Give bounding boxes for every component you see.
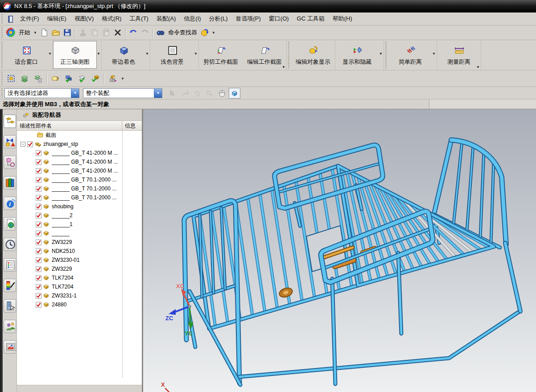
tree-checkbox[interactable] bbox=[36, 248, 41, 254]
tree-checkbox[interactable] bbox=[36, 177, 41, 183]
toolbar-grip[interactable] bbox=[0, 27, 4, 38]
tree-item-5[interactable]: ______ GB_T 70.1-2000 ... bbox=[17, 175, 142, 184]
column-header-name[interactable]: 描述性部件名 bbox=[17, 121, 122, 130]
dropdown-arrow[interactable]: ▼ bbox=[432, 52, 437, 56]
tree-item-3[interactable]: ______ GB_T 41-2000 M ... bbox=[17, 157, 142, 166]
tree-checkbox[interactable] bbox=[27, 141, 33, 147]
roles-tab[interactable] bbox=[4, 320, 16, 333]
tree-checkbox[interactable] bbox=[36, 168, 41, 174]
history-palette-tab[interactable] bbox=[4, 217, 16, 231]
tree-checkbox[interactable] bbox=[36, 284, 41, 290]
menu-item-0[interactable]: 文件(F) bbox=[16, 13, 43, 25]
menu-item-5[interactable]: 装配(A) bbox=[153, 13, 180, 25]
tree-checkbox[interactable] bbox=[36, 266, 41, 272]
marquee-select-button[interactable] bbox=[4, 72, 18, 85]
tree-item-13[interactable]: NDK2510 bbox=[17, 247, 142, 256]
view-button-简单距离[interactable]: 简单距离 bbox=[388, 41, 432, 69]
windows-tab[interactable] bbox=[4, 340, 16, 354]
view-button-显示和隐藏[interactable]: 显示和隐藏 bbox=[335, 41, 379, 69]
combo-dropdown-arrow[interactable]: ▼ bbox=[71, 89, 79, 98]
undo-button[interactable] bbox=[128, 27, 139, 38]
start-button[interactable]: 开始 bbox=[17, 29, 32, 37]
menu-item-1[interactable]: 编辑(E) bbox=[43, 13, 70, 25]
save-button[interactable] bbox=[62, 27, 73, 38]
materials-tab[interactable] bbox=[4, 279, 16, 292]
toolbar-grip[interactable] bbox=[0, 72, 4, 85]
tree-item-2[interactable]: ______ GB_T 41-2000 M ... bbox=[17, 149, 142, 157]
tree-item-12[interactable]: ZW3229 bbox=[17, 238, 142, 247]
dropdown-arrow[interactable]: ▼ bbox=[145, 52, 150, 56]
tree-item-8[interactable]: shoubing bbox=[17, 202, 142, 211]
toolbar-grip[interactable] bbox=[0, 14, 4, 24]
cube-check-button[interactable] bbox=[89, 72, 102, 85]
dropdown-arrow[interactable]: ▼ bbox=[48, 52, 53, 56]
delete-button[interactable] bbox=[112, 27, 124, 38]
mouse-mode-button[interactable] bbox=[216, 88, 228, 99]
selection-filter-combo[interactable]: 没有选择过滤器 ▼ bbox=[4, 88, 79, 98]
help-dropdown-arrow[interactable]: ▼ bbox=[210, 31, 217, 35]
tree-checkbox[interactable] bbox=[36, 231, 41, 236]
system-scene-tab[interactable] bbox=[4, 299, 16, 313]
view-button-适合窗口[interactable]: 适合窗口 bbox=[4, 41, 48, 69]
shaded-cube-button[interactable] bbox=[229, 88, 240, 99]
tree-item-11[interactable]: ______ bbox=[17, 229, 142, 238]
menu-item-11[interactable]: 帮助(H) bbox=[329, 13, 356, 25]
dropdown-arrow[interactable]: ▼ bbox=[120, 77, 126, 81]
view-button-编辑对象显示[interactable]: 编辑对象显示 bbox=[291, 41, 335, 69]
tree-item-14[interactable]: ZW3230-01 bbox=[17, 256, 142, 264]
tree-checkbox[interactable] bbox=[36, 150, 41, 156]
selection-scope-combo[interactable]: 整个装配 ▼ bbox=[83, 88, 162, 98]
column-header-info[interactable]: 信息 bbox=[122, 121, 142, 130]
tree-expander[interactable]: − bbox=[21, 142, 25, 147]
toolbar-grip[interactable] bbox=[384, 41, 388, 69]
tree-checkbox[interactable] bbox=[36, 159, 41, 165]
tree-checkbox[interactable] bbox=[36, 213, 41, 219]
dropdown-arrow[interactable]: ▼ bbox=[97, 52, 101, 56]
history-tab[interactable] bbox=[4, 238, 16, 251]
assembly-navigator-tab[interactable] bbox=[4, 115, 16, 128]
menu-item-2[interactable]: 视图(V) bbox=[70, 13, 98, 25]
tree-item-7[interactable]: ______ GB_T 70.1-2000 ... bbox=[17, 193, 142, 202]
layers-button[interactable] bbox=[18, 72, 31, 85]
process-studio-tab[interactable] bbox=[4, 258, 16, 272]
menu-item-3[interactable]: 格式(R) bbox=[98, 13, 125, 25]
tree-item-17[interactable]: TLK7204 bbox=[17, 282, 142, 291]
constraint-navigator-tab[interactable] bbox=[4, 135, 16, 149]
view-button-正三轴测图[interactable]: 正三轴测图 bbox=[53, 41, 97, 69]
open-button[interactable] bbox=[50, 27, 62, 38]
tree-item-6[interactable]: ______ GB_T 70.1-2000 ... bbox=[17, 184, 142, 193]
tag-note-button[interactable] bbox=[49, 72, 62, 85]
tree-checkbox[interactable] bbox=[36, 204, 41, 210]
menu-item-8[interactable]: 首选项(P) bbox=[231, 13, 264, 25]
toolbar-grip[interactable] bbox=[0, 41, 4, 69]
tree-item-4[interactable]: ______ GB_T 41-2000 M ... bbox=[17, 166, 142, 175]
toolbar-overflow-arrow[interactable]: ▼ bbox=[282, 65, 285, 69]
tree-item-15[interactable]: ZW3229 bbox=[17, 264, 142, 273]
tree-item-16[interactable]: TLK7204 bbox=[17, 273, 142, 282]
tree-item-1[interactable]: −zhuangpei_stp bbox=[17, 140, 142, 149]
tree-item-9[interactable]: ______2 bbox=[17, 211, 142, 220]
tree-checkbox[interactable] bbox=[36, 186, 41, 192]
tree-item-10[interactable]: ______1 bbox=[17, 220, 142, 229]
menu-item-6[interactable]: 信息(I) bbox=[180, 13, 205, 25]
graphics-viewport[interactable]: XCZCYCX bbox=[143, 109, 536, 392]
toolbar-grip[interactable] bbox=[0, 88, 4, 98]
internet-explorer-tab[interactable]: i bbox=[4, 197, 16, 210]
help-icon[interactable] bbox=[199, 27, 210, 38]
view-button-浅色背景[interactable]: 浅色背景 bbox=[150, 41, 194, 69]
combo-dropdown-arrow[interactable]: ▼ bbox=[154, 89, 162, 98]
tree-checkbox[interactable] bbox=[36, 239, 41, 245]
tree-item-0[interactable]: 截面 bbox=[17, 131, 142, 140]
assembly-check-button[interactable] bbox=[62, 72, 75, 85]
tree-item-19[interactable]: 24880 bbox=[17, 300, 142, 309]
abc-label-button[interactable]: ABC bbox=[106, 72, 120, 85]
menu-item-7[interactable]: 分析(L) bbox=[205, 13, 232, 25]
tree-checkbox[interactable] bbox=[36, 257, 41, 263]
menu-item-10[interactable]: GC 工具箱 bbox=[293, 13, 329, 25]
toolbar-overflow-arrow[interactable]: ▼ bbox=[476, 65, 480, 69]
tree-checkbox[interactable] bbox=[36, 195, 41, 201]
tree-checkbox[interactable] bbox=[36, 222, 41, 227]
new-button[interactable] bbox=[38, 27, 50, 38]
sketch-check-button[interactable] bbox=[75, 72, 89, 85]
viewport-canvas[interactable]: XCZCYCX bbox=[143, 109, 536, 392]
